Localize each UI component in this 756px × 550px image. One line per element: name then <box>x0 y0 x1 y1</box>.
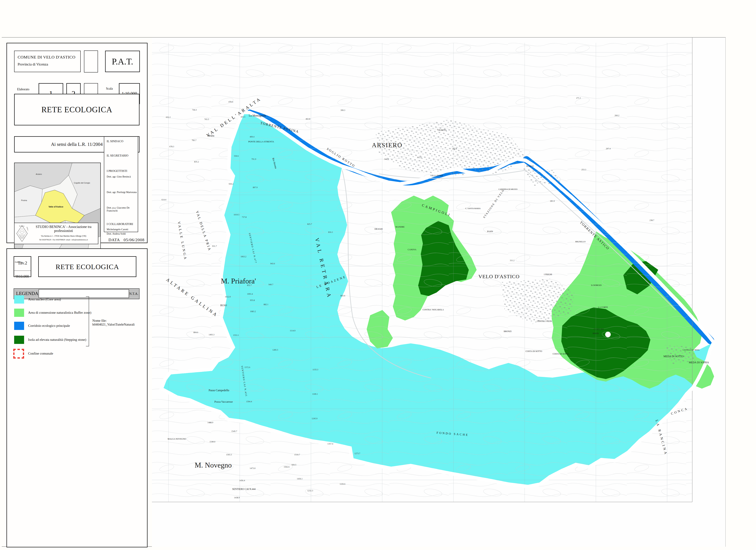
spot-height: 1549.0 <box>210 441 215 443</box>
map-label: CUREGNO <box>594 328 604 331</box>
logo-inner-diamond <box>18 228 26 239</box>
spot-height: 949.7 <box>269 283 273 286</box>
studio-contacts: Tel 0458799229 - Fax 0458780829- email :… <box>29 239 98 241</box>
spot-height: 882.1 <box>264 303 268 306</box>
map-label: CARTIERA DI MEZZO <box>498 188 518 190</box>
locator-label: Arsiero <box>36 173 42 175</box>
studio-logo: Territorio Agricoltura Ambiente <box>16 224 28 242</box>
map-label: SENTIERO CAI N.444 <box>232 488 255 490</box>
map-label: Passo Campedello <box>209 389 229 392</box>
sindaco-label: IL SINDACO <box>107 139 138 143</box>
spot-height: 955.8 <box>250 299 255 302</box>
contour-texture <box>152 43 692 502</box>
legenda-inset <box>39 289 129 298</box>
spot-height: 1063.2 <box>241 255 246 258</box>
spot-height: 1083.2 <box>250 310 256 313</box>
spot-height: 791.9 <box>251 158 256 160</box>
spot-height: 678.3 <box>169 145 174 148</box>
data-label: DATA <box>108 237 120 242</box>
map-label: CANOVA <box>408 248 416 251</box>
map-label: BRUNELLO <box>575 240 586 242</box>
nta-label: N.T.A. <box>129 292 138 296</box>
spot-height: 1114.9 <box>290 330 295 332</box>
ecological-network-map: 744.3652.2765.5783.7678.3835.2791.9930.2… <box>152 38 725 547</box>
map-label: COSTA DI SOTTO <box>526 350 542 353</box>
spot-height: 1593.3 <box>226 453 232 456</box>
spot-height: 943.6 <box>270 262 275 265</box>
legend-label-corridor: Corridoio ecologico principale <box>28 324 70 328</box>
tav-box: Elaborato Tav.2 Scala 1:10.000 <box>14 256 31 277</box>
spot-height: 260.2 <box>615 114 619 117</box>
data-line: DATA 05/06/2008 <box>108 237 144 242</box>
map-label: La Montagnola <box>249 114 266 117</box>
spot-height: 238.7 <box>649 219 654 221</box>
spot-height: 1232.3 <box>307 489 313 492</box>
map-label: MALGA NOVEGNO <box>168 438 186 440</box>
collaboratore-1: Michelangelo Carotti <box>107 228 138 231</box>
spot-height: 311.2 <box>510 259 515 261</box>
map-label: MANDRE <box>395 226 405 228</box>
legend-title-box: RETE ECOLOGICA <box>38 256 136 277</box>
legend-bracket <box>86 297 89 346</box>
pat-label: P.A.T. <box>112 56 133 67</box>
spot-height: 737.8 <box>242 216 247 218</box>
spot-height: 402.8 <box>306 118 310 120</box>
comune-box: COMUNE DI VELO D'ASTICO Provincia di Vic… <box>14 51 81 72</box>
title-block: COMUNE DI VELO D'ASTICO Provincia di Vic… <box>6 43 148 243</box>
map-label: BUSO <box>220 304 227 307</box>
spot-height: 1488.9 <box>207 421 213 424</box>
map-label: COSTA DI SOPRA <box>553 353 569 355</box>
legend-swatch-core-area <box>14 296 24 304</box>
comune-name: COMUNE DI VELO D'ASTICO <box>18 55 75 60</box>
legend-title: RETE ECOLOGICA <box>56 262 119 271</box>
spot-height: 313.2 <box>417 156 422 158</box>
scala-label: Scala <box>106 87 113 90</box>
logo-diamond <box>17 225 27 241</box>
spot-height: 931.7 <box>212 245 217 247</box>
progettista-3: Dott. p.a. Giacomo De Franceschi <box>107 206 138 212</box>
spot-height: 297.4 <box>606 147 611 150</box>
logo-word-right: Ambiente <box>26 226 28 232</box>
segretario-label: IL SEGRETARIO <box>107 154 138 157</box>
spot-height: 1553.1 <box>233 334 239 337</box>
progettisti-title: I PROGETTISTI <box>107 169 138 173</box>
map-label: DRAGHI <box>375 228 383 230</box>
logo-word-top: Territorio <box>19 225 24 227</box>
spot-height: 1019.5 <box>234 213 239 216</box>
map-label: VILLA ROSSI <box>430 174 443 177</box>
map-label: S.GIORGIO <box>591 284 602 287</box>
subtitle: Ai sensi della L.R. 11/2004 <box>51 142 103 147</box>
spot-height: 1245.9 <box>312 417 317 420</box>
spot-height: 281.0 <box>550 200 555 202</box>
main-title: RETE ECOLOGICA <box>41 105 112 114</box>
map-label: C. SANTA MARIA <box>465 207 480 209</box>
legend-label-stepping-stone: Isola ad elevata naturalità (Stepping st… <box>28 338 86 342</box>
provincia-name: Provincia di Vicenza <box>18 62 48 67</box>
map-label: CONTRA' NOGAROLA <box>423 309 444 311</box>
map-label: LA CORTE <box>598 306 608 309</box>
map-label: PASIN <box>487 230 493 233</box>
map-label: ARSIERO <box>372 142 402 149</box>
tav-elaborato-label: Elaborato <box>15 261 22 263</box>
map-label: MEDA DI SOTTO <box>663 355 684 358</box>
map-label: CONTRA' PEON <box>537 320 552 323</box>
map-label: PONTE DELLA STRENTA <box>248 140 274 143</box>
legend-label-buffer: Area di connessione naturalistica Buffer… <box>28 311 91 315</box>
legend-label-core-area: Area nucleo (Core area) <box>28 298 61 301</box>
legend-swatch-buffer <box>14 309 24 317</box>
spot-height: 835.2 <box>194 160 199 163</box>
progettista-1: Dott. agr. Gino Benincà <box>107 175 138 178</box>
logo-circle <box>21 231 23 234</box>
spot-height: 865.6 <box>340 295 345 297</box>
map-label: BARCO <box>526 165 534 167</box>
map-label: Pozza Vaccaresse <box>214 400 233 403</box>
map-label: M. Priafora' <box>221 277 256 285</box>
studio-address: Via Serena n.1 - 37036 San Martino Buon … <box>29 235 98 237</box>
map-label: BRONZI <box>504 330 512 333</box>
spot-height: 1093.4 <box>247 293 253 295</box>
spot-height: 1510.7 <box>294 453 300 456</box>
elaborato-label: Elaborato <box>17 87 29 91</box>
map-label: Etrara <box>207 134 214 137</box>
spot-height: 614.4 <box>162 198 166 201</box>
spot-height: 765.5 <box>204 118 209 120</box>
